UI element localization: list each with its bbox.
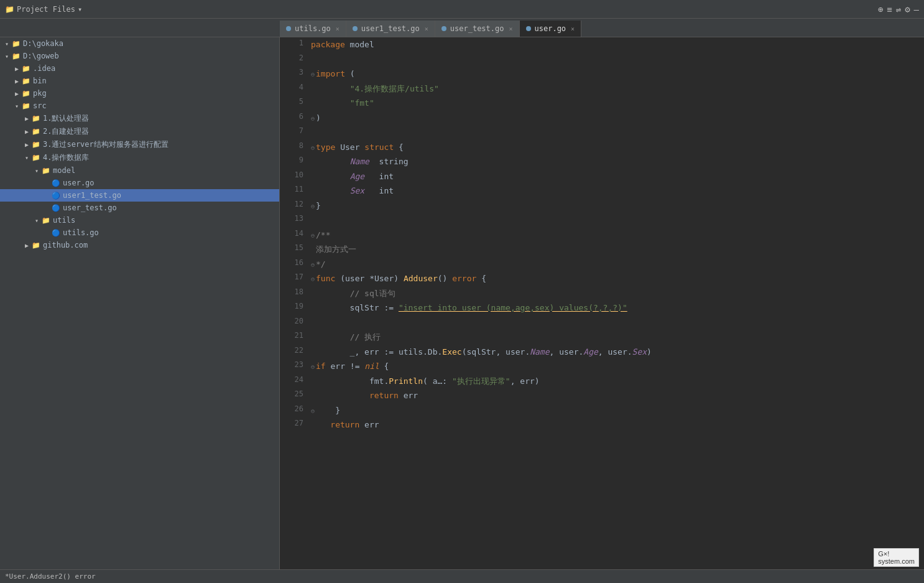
sidebar-item-utils-go[interactable]: ▶ 🔵 utils.go (0, 226, 279, 239)
folder-icon-proc4: 📁 (31, 153, 41, 163)
line-content-2 (311, 52, 924, 67)
icon-minimize[interactable]: — (914, 4, 919, 14)
icon-gear[interactable]: ⚙ (905, 4, 910, 14)
label-proc1: 1.默认处理器 (43, 113, 89, 124)
tab-close-utils[interactable]: × (336, 26, 340, 32)
tab-user-go[interactable]: user.go × (520, 21, 582, 37)
tok-23-1: err != (326, 361, 365, 371)
icon-exchange[interactable]: ⇌ (896, 4, 901, 14)
folder-icon-src: 📁 (21, 101, 31, 111)
tab-close-user[interactable]: × (571, 26, 575, 32)
fold-17[interactable]: ⊖ (311, 276, 315, 282)
status-text: *User.Adduser2() error (5, 572, 96, 581)
line-content-1: package model (311, 37, 924, 52)
fold-12[interactable]: ⊖ (311, 203, 315, 210)
arrow-proc3: ▶ (22, 141, 31, 148)
watermark: G×! system.com (874, 548, 919, 567)
sidebar-item-idea[interactable]: ▶ 📁 .idea (0, 62, 279, 75)
sidebar-item-user-go[interactable]: ▶ 🔵 user.go (0, 177, 279, 189)
line-content-16: ⊖*/ (311, 257, 924, 272)
icon-plus[interactable]: ⊕ (878, 4, 883, 14)
fold-3[interactable]: ⊖ (311, 71, 315, 78)
line-content-19: sqlStr := "insert into user (name,age,se… (311, 301, 924, 315)
tab-close-user1[interactable]: × (425, 26, 428, 32)
code-line-27: 27 return err (280, 417, 924, 432)
fold-6[interactable]: ⊖ (311, 115, 315, 122)
sidebar-item-pkg[interactable]: ▶ 📁 pkg (0, 87, 279, 100)
line-content-11: Sex int (311, 184, 924, 198)
title-bar-icons: ⊕ ≡ ⇌ ⚙ — (878, 4, 919, 14)
sidebar-item-src[interactable]: ▾ 📁 src (0, 100, 279, 112)
arrow-bin: ▶ (12, 78, 21, 85)
line-num-10: 10 (280, 169, 311, 184)
sidebar-item-utils-folder[interactable]: ▾ 📁 utils (0, 214, 279, 226)
token-import: import (316, 69, 345, 78)
fold-26[interactable]: ⊖ (311, 408, 315, 414)
fold-14[interactable]: ⊖ (311, 232, 315, 239)
code-line-23: 23 ⊖if err != nil { (280, 359, 924, 374)
label-user-test: user_test.go (63, 203, 117, 212)
tok-22-3: , user. (550, 347, 584, 357)
sidebar-item-proc3[interactable]: ▶ 📁 3.通过server结构对服务器进行配置 (0, 138, 279, 151)
code-line-8: 8 ⊖type User struct { (280, 140, 924, 155)
tok-comment-16: */ (316, 259, 326, 269)
line-content-27: return err (311, 417, 924, 432)
sidebar-item-goweb[interactable]: ▾ 📁 D:\goweb (0, 50, 279, 62)
tok-17-3: () (438, 274, 452, 283)
tok-23-2: { (379, 361, 389, 371)
tok-25-1: err (399, 391, 418, 400)
tok-5-indent (311, 98, 350, 108)
tab-dot-usertest (441, 26, 446, 31)
folder-icon-goweb: 📁 (11, 51, 21, 61)
dropdown-arrow[interactable]: ▾ (78, 5, 82, 14)
tok-str-24: "执行出现异常" (452, 376, 511, 386)
tab-utils-go[interactable]: utils.go × (280, 21, 346, 37)
tab-label-usertest: user_test.go (450, 24, 504, 33)
fold-8[interactable]: ⊖ (311, 144, 315, 151)
sidebar-item-user-test-go[interactable]: ▶ 🔵 user_test.go (0, 202, 279, 214)
tab-user-test-go[interactable]: user_test.go × (435, 21, 520, 37)
line-content-18: // sql语句 (311, 286, 924, 301)
label-utils-go: utils.go (63, 228, 99, 237)
line-content-20 (311, 315, 924, 330)
arrow-gokaka: ▾ (2, 40, 11, 47)
label-proc3: 3.通过server结构对服务器进行配置 (43, 139, 169, 150)
arrow-src: ▾ (12, 103, 21, 110)
tab-user1-test-go[interactable]: user1_test.go × (346, 21, 435, 37)
sidebar-item-model[interactable]: ▾ 📁 model (0, 164, 279, 177)
project-label: Project Files (17, 5, 75, 14)
fold-16[interactable]: ⊖ (311, 261, 315, 268)
sidebar-item-proc4[interactable]: ▾ 📁 4.操作数据库 (0, 151, 279, 164)
code-line-6: 6 ⊖) (280, 111, 924, 126)
line-num-12: 12 (280, 198, 311, 213)
tab-close-usertest[interactable]: × (509, 26, 512, 32)
folder-icon-proc1: 📁 (31, 114, 41, 124)
sidebar-item-proc1[interactable]: ▶ 📁 1.默认处理器 (0, 112, 279, 125)
arrow-proc1: ▶ (22, 115, 31, 122)
tok-adduser: Adduser (404, 274, 438, 283)
sidebar-item-proc2[interactable]: ▶ 📁 2.自建处理器 (0, 125, 279, 138)
code-line-15: 15 添加方式一 (280, 242, 924, 257)
line-num-14: 14 (280, 228, 311, 243)
label-model: model (53, 166, 75, 175)
label-utils-folder: utils (53, 216, 75, 225)
arrow-idea: ▶ (12, 65, 21, 72)
tok-sqlstr: "insert into user (name,age,sex) values(… (399, 303, 627, 312)
code-editor[interactable]: 1 package model 2 3 ⊖import ( 4 "4.操作数据库… (280, 37, 924, 569)
label-gokaka: D:\gokaka (23, 39, 63, 48)
tok-15-sp (311, 245, 316, 254)
label-pkg: pkg (33, 89, 47, 98)
sidebar-item-user1-test-go[interactable]: ▶ 🔵 user1_test.go (0, 189, 279, 202)
sidebar-item-bin[interactable]: ▶ 📁 bin (0, 75, 279, 87)
tok-18-indent (311, 289, 350, 298)
line-content-4: "4.操作数据库/utils" (311, 82, 924, 96)
sidebar-item-github[interactable]: ▶ 📁 github.com (0, 239, 279, 251)
icon-list[interactable]: ≡ (887, 4, 892, 14)
tok-27-1: err (359, 420, 379, 429)
tok-4-indent (311, 84, 350, 93)
sidebar-item-gokaka[interactable]: ▾ 📁 D:\gokaka (0, 37, 279, 50)
tok-name-22: Name (530, 347, 549, 357)
fold-23[interactable]: ⊖ (311, 363, 315, 370)
line-content-12: ⊖} (311, 198, 924, 213)
code-line-9: 9 Name string (280, 154, 924, 169)
